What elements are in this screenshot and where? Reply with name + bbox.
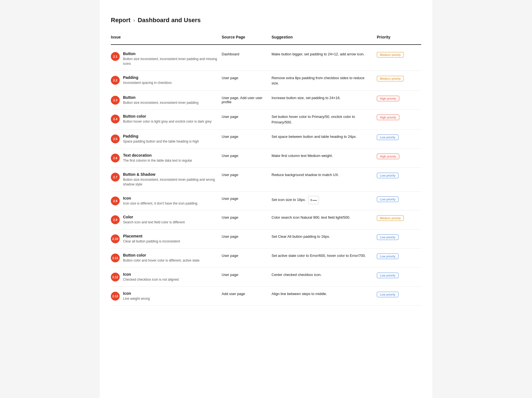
table-row: 2.6 Text decoration The first column in … [111, 149, 421, 168]
issue-desc: Clear all button padding is inconsistent [123, 239, 180, 244]
priority-badge: Low priority [377, 173, 398, 178]
issue-badge: 2.10 [111, 234, 120, 243]
issue-cell: 2.6 Text decoration The first column in … [111, 153, 222, 163]
suggestion-cell: Color search icon Natural 900, text fiel… [272, 215, 377, 220]
suggestion-cell: Make first column text Medium weight. [272, 153, 377, 159]
issue-cell: 2.7 Button & Shadow Button size inconsis… [111, 172, 222, 187]
issue-cell: 2.2 Padding Inconsistent spacing in chec… [111, 75, 222, 85]
issue-badge: 2.2 [111, 76, 120, 85]
chevron-icon: › [133, 17, 135, 23]
priority-cell: Low priority [377, 253, 421, 259]
issue-title: Color [123, 215, 185, 219]
table-row: 2.12 Icon Checked checkbox icon is not a… [111, 268, 421, 287]
issue-content: Button Button size inconsistent, inconsi… [123, 95, 198, 105]
breadcrumb-report[interactable]: Report [111, 17, 131, 24]
issue-title: Placement [123, 234, 180, 238]
priority-badge: Low priority [377, 273, 398, 278]
issue-content: Button color Button hover color is light… [123, 114, 211, 124]
issue-title: Icon [123, 291, 150, 296]
source-cell: User page [222, 272, 272, 277]
issue-desc: Icon size is different, it don't have th… [123, 201, 197, 206]
issue-desc: The first column in the table data text … [123, 158, 192, 163]
issue-title: Icon [123, 196, 197, 200]
priority-cell: Low priority [377, 196, 421, 202]
issue-desc: Space padding button and the table headi… [123, 139, 199, 144]
breadcrumb: Report › Dashboard and Users [111, 17, 421, 24]
table-row: 2.11 Button color Button color and hover… [111, 249, 421, 268]
priority-cell: Medium priority [377, 51, 421, 58]
issue-title: Button color [123, 253, 200, 257]
issue-badge: 2.8 [111, 197, 120, 205]
suggestion-cell: Increase button size, set padding to 24×… [272, 95, 377, 101]
issue-badge: 2.3 [111, 96, 120, 105]
table-row: 2.9 Color Search icon and text field col… [111, 210, 421, 229]
issue-cell: 2.13 Icon Line weight wrong [111, 291, 222, 301]
suggestion-cell: Reduce background shadow to match UX. [272, 172, 377, 178]
issue-badge: 2.6 [111, 154, 120, 162]
issue-content: Icon Icon size is different, it don't ha… [123, 196, 197, 206]
priority-cell: Medium priority [377, 215, 421, 221]
table-row: 2.5 Padding Space padding button and the… [111, 130, 421, 149]
breadcrumb-current: Dashboard and Users [138, 17, 201, 24]
priority-cell: Medium priority [377, 75, 421, 81]
source-cell: User page [222, 134, 272, 139]
table-row: 2.3 Button Button size inconsistent, inc… [111, 91, 421, 110]
issue-badge: 2.7 [111, 173, 120, 182]
issue-title: Button [123, 51, 222, 56]
table-row: 2.13 Icon Line weight wrong Add user pag… [111, 287, 421, 306]
table-row: 2.10 Placement Clear all button padding … [111, 229, 421, 249]
table-row: 2.7 Button & Shadow Button size inconsis… [111, 168, 421, 192]
issue-content: Padding Inconsistent spacing in checkbox [123, 75, 172, 85]
priority-badge: High priority [377, 96, 399, 101]
priority-badge: Low priority [377, 197, 398, 202]
issue-badge: 2.12 [111, 273, 120, 281]
source-cell: User page [222, 172, 272, 177]
issue-cell: 2.5 Padding Space padding button and the… [111, 134, 222, 144]
issue-title: Button color [123, 114, 211, 118]
priority-cell: Low priority [377, 172, 421, 178]
issue-title: Button [123, 95, 198, 100]
issue-cell: 2.4 Button color Button hover color is l… [111, 114, 222, 124]
issue-desc: Checked checkbox icon is not aligned [123, 277, 179, 282]
issue-badge: 2.4 [111, 115, 120, 123]
issue-content: Button Button size inconsistent, inconsi… [123, 51, 222, 66]
issue-badge: 2.11 [111, 254, 120, 262]
source-cell: User page [222, 215, 272, 219]
table-header: Issue Source Page Suggestion Priority [111, 33, 421, 45]
header-source-page: Source Page [222, 33, 272, 42]
issue-desc: Button size inconsistent, inconsistent i… [123, 177, 222, 187]
issue-desc: Button size inconsistent, inconsistent i… [123, 100, 198, 105]
suggestion-cell: Set button hover color to Primary/50, on… [272, 114, 377, 125]
priority-cell: Low priority [377, 134, 421, 140]
issue-title: Icon [123, 272, 179, 276]
table-row: 2.4 Button color Button hover color is l… [111, 110, 421, 130]
suggestion-cell: Align line between steps to middle. [272, 291, 377, 297]
issue-title: Padding [123, 75, 172, 80]
priority-cell: High priority [377, 153, 421, 159]
priority-badge: Low priority [377, 254, 398, 259]
issue-desc: Search icon and text field color is diff… [123, 220, 185, 225]
priority-badge: Medium priority [377, 76, 404, 81]
issue-badge: 2.1 [111, 52, 120, 61]
issue-cell: 2.11 Button color Button color and hover… [111, 253, 222, 263]
issue-title: Text decoration [123, 153, 192, 157]
issue-cell: 2.3 Button Button size inconsistent, inc… [111, 95, 222, 105]
priority-badge: High priority [377, 154, 399, 159]
issue-desc: Line weight wrong [123, 296, 150, 301]
issue-badge: 2.5 [111, 135, 120, 143]
table-row: 2.1 Button Button size inconsistent, inc… [111, 47, 421, 71]
header-issue: Issue [111, 33, 222, 42]
issue-content: Placement Clear all button padding is in… [123, 234, 180, 244]
header-priority: Priority [377, 33, 421, 42]
issue-cell: 2.1 Button Button size inconsistent, inc… [111, 51, 222, 66]
zoom-widget[interactable]: + [308, 196, 319, 204]
issue-badge: 2.9 [111, 215, 120, 224]
issue-desc: Inconsistent spacing in checkbox [123, 81, 172, 85]
source-cell: User page, Add user user profile [222, 95, 272, 104]
issue-cell: 2.12 Icon Checked checkbox icon is not a… [111, 272, 222, 282]
source-cell: Add user page [222, 291, 272, 296]
source-cell: User page [222, 196, 272, 201]
issue-cell: 2.10 Placement Clear all button padding … [111, 234, 222, 244]
issue-desc: Button hover color is light grey and onc… [123, 119, 211, 124]
table-row: 2.2 Padding Inconsistent spacing in chec… [111, 71, 421, 91]
